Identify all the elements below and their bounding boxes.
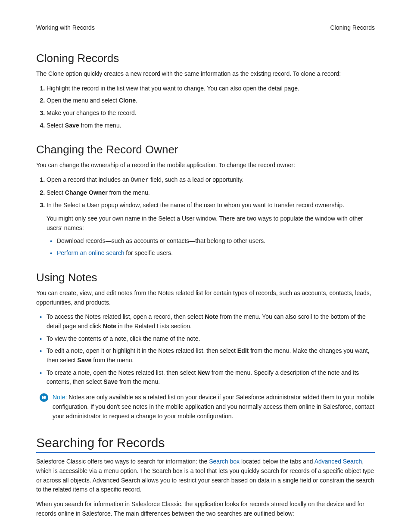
cloning-step-2: Open the menu and select Clone. (47, 96, 375, 106)
cloning-intro: The Clone option quickly creates a new r… (36, 69, 375, 79)
searching-p2: When you search for information in Sales… (36, 500, 375, 518)
notes-bullet-1: To access the Notes related list, open a… (47, 312, 375, 331)
bold-text: Save (78, 357, 92, 364)
header-right: Cloning Records (330, 24, 375, 31)
text: from the menu. (118, 378, 160, 385)
text: Salesforce Classic offers two ways to se… (36, 458, 209, 465)
bold-text: Save (65, 122, 79, 129)
text: Open a record that includes an (47, 176, 131, 183)
bold-text: Save (103, 378, 118, 385)
text: To access the Notes related list, open a… (47, 313, 205, 320)
notes-bullets: To access the Notes related list, open a… (36, 312, 375, 387)
text: from the menu. (91, 357, 134, 364)
cloning-step-4: Select Save from the menu. (47, 121, 375, 131)
owner-sub-1: Download records—such as accounts or con… (57, 236, 375, 246)
heading-using-notes: Using Notes (36, 271, 375, 284)
link-perform-online-search[interactable]: Perform an online search (57, 249, 124, 256)
heading-cloning-records: Cloning Records (36, 52, 375, 65)
bold-text: Edit (237, 347, 249, 354)
cloning-step-1: Highlight the record in the list view th… (47, 84, 375, 93)
note-icon (40, 393, 48, 402)
note-callout: Note: Notes are only available as a rela… (36, 393, 375, 421)
code-text: Owner (131, 177, 149, 184)
searching-p1: Salesforce Classic offers two ways to se… (36, 457, 375, 495)
notes-bullet-3: To edit a note, open it or highlight it … (47, 346, 375, 365)
note-body: Notes are only available as a related li… (53, 394, 374, 419)
text: from the menu. (79, 122, 121, 129)
link-search-box[interactable]: Search box (209, 458, 240, 465)
text: Select (47, 189, 65, 196)
owner-step-1: Open a record that includes an Owner fie… (47, 175, 375, 185)
notes-intro: You can create, view, and edit notes fro… (36, 289, 375, 307)
running-header: Working with Records Cloning Records (36, 24, 375, 31)
text: To edit a note, open it or highlight it … (47, 347, 237, 354)
cloning-step-3: Make your changes to the record. (47, 109, 375, 118)
text: Open the menu and select (47, 97, 119, 104)
owner-step-3-sub: You might only see your own name in the … (47, 214, 375, 233)
text: Select (47, 122, 65, 129)
text: To create a note, open the Notes related… (47, 369, 197, 376)
text: from the menu. (108, 189, 150, 196)
bold-text: Clone (119, 97, 136, 104)
cloning-steps: Highlight the record in the list view th… (36, 84, 375, 131)
notes-bullet-2: To view the contents of a note, click th… (47, 334, 375, 344)
text: in the Related Lists section. (116, 323, 192, 330)
bold-text: Note (103, 323, 116, 330)
heading-changing-owner: Changing the Record Owner (36, 143, 375, 156)
text: field, such as a lead or opportunity. (149, 176, 243, 183)
bold-text: New (197, 369, 210, 376)
text: for specific users. (124, 249, 173, 256)
owner-steps: Open a record that includes an Owner fie… (36, 175, 375, 258)
text: . (136, 97, 137, 104)
bold-text: Change Owner (65, 189, 108, 196)
note-text: Note: Notes are only available as a rela… (53, 393, 375, 421)
link-advanced-search[interactable]: Advanced Search (314, 458, 362, 465)
owner-sub-bullets: Download records—such as accounts or con… (47, 236, 375, 258)
text: located below the tabs and (240, 458, 314, 465)
notes-bullet-4: To create a note, open the Notes related… (47, 368, 375, 387)
bold-text: Note (205, 313, 218, 320)
text: In the Select a User popup window, selec… (47, 202, 344, 208)
owner-intro: You can change the ownership of a record… (36, 161, 375, 170)
owner-sub-2: Perform an online search for specific us… (57, 249, 375, 258)
owner-step-3: In the Select a User popup window, selec… (47, 201, 375, 258)
owner-step-2: Select Change Owner from the menu. (47, 188, 375, 198)
header-left: Working with Records (36, 24, 95, 31)
note-label: Note: (53, 394, 67, 401)
document-page: Working with Records Cloning Records Clo… (0, 0, 411, 532)
heading-searching-for-records: Searching for Records (36, 436, 375, 453)
